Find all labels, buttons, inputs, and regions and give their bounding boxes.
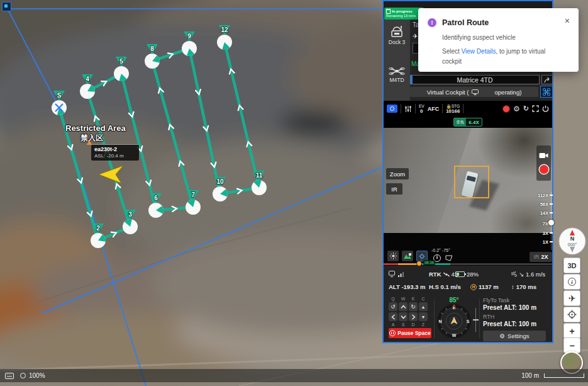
camera-settings-sliders-icon[interactable]: [404, 105, 412, 113]
camera-toolbar: EV0 AFC 🔒STG10166 ⚙ ↻: [384, 101, 552, 116]
pause-button[interactable]: Pause Space: [389, 328, 431, 338]
left-button[interactable]: [389, 312, 397, 321]
ir-zoom-chip[interactable]: IR2X: [530, 252, 552, 262]
gimbal-attitude-icons: [433, 254, 454, 263]
waypoint-marker[interactable]: S: [52, 91, 67, 115]
zoom-level: 56X: [540, 202, 548, 207]
zoom-factor-row: 变焦 6.4X: [384, 116, 552, 128]
storage-indicator[interactable]: 🔒STG10166: [446, 104, 460, 114]
svg-text:7: 7: [191, 191, 195, 198]
target-tracking-box: [454, 166, 489, 198]
svg-text:3: 3: [128, 211, 132, 218]
signal-bars-icon: [398, 271, 404, 277]
mountain-icon: [404, 253, 411, 259]
right-button[interactable]: [409, 312, 418, 321]
home-distance: H 1137 m: [470, 283, 499, 290]
close-icon[interactable]: ×: [565, 16, 570, 26]
waypoint-marker[interactable]: 11: [252, 171, 267, 195]
notification-popup: ! Patrol Route × Identifying suspect veh…: [418, 8, 579, 72]
brightness-button[interactable]: [387, 251, 399, 261]
aircraft-selector[interactable]: Matrice 4TD: [410, 75, 540, 84]
keyboard-icon[interactable]: [5, 373, 14, 379]
attitude-compass[interactable]: E S W N: [436, 304, 472, 339]
altitude-value: ALT -193.3 m: [389, 283, 425, 290]
scene-mode-button[interactable]: [402, 251, 413, 261]
gear-icon[interactable]: ⚙: [513, 105, 520, 113]
map-info-button[interactable]: i: [563, 274, 580, 290]
gimbal-pitch-handle[interactable]: [473, 319, 479, 321]
scale-label: 100 m: [521, 372, 539, 379]
svg-text:11: 11: [256, 172, 263, 179]
compass-heading-value: 000°: [568, 242, 577, 247]
svg-text:6: 6: [154, 195, 158, 202]
rtk-status: RTK 43: [429, 271, 458, 278]
backward-button[interactable]: [399, 312, 408, 321]
map-aircraft-button[interactable]: ✈: [563, 290, 580, 306]
dock-label: Dock 3: [384, 39, 410, 45]
progress-timestamp: 08:36: [423, 260, 435, 265]
waypoint-marker[interactable]: 4: [80, 74, 95, 99]
key-label-w: W: [399, 297, 408, 301]
popup-title: Patrol Route: [442, 18, 489, 27]
settings-button[interactable]: ⚙ Settings: [483, 331, 546, 341]
power-icon[interactable]: [542, 105, 549, 112]
camcorder-icon[interactable]: [539, 152, 548, 159]
key-label-a: A: [389, 322, 397, 327]
fullscreen-icon[interactable]: [532, 105, 539, 112]
cockpit-drone-button[interactable]: [540, 86, 553, 98]
afc-indicator[interactable]: AFC: [428, 106, 440, 112]
svg-text:N: N: [438, 319, 441, 324]
gimbal-angles: -0.2° -75°: [431, 248, 450, 253]
ir-lens-button[interactable]: IR: [386, 183, 402, 195]
virtual-cockpit-bar[interactable]: Virtual Cockpit ( operating): [410, 87, 538, 97]
rth-preset-alt: Preset ALT: 100 m: [483, 321, 536, 327]
waypoint-marker[interactable]: 7: [186, 190, 201, 215]
camera-feed[interactable]: Zoom IR: [384, 128, 552, 233]
camera-icon[interactable]: [387, 105, 397, 113]
sidebar-item-dock[interactable]: Dock 3: [384, 25, 410, 45]
record-button[interactable]: [540, 165, 548, 174]
ascend-button[interactable]: ▲: [419, 302, 428, 311]
sidebar-item-drone[interactable]: M4TD: [384, 65, 410, 83]
progress-track: [450, 263, 552, 265]
map-locate-button[interactable]: [563, 307, 580, 322]
map-mini-icon[interactable]: [2, 2, 11, 11]
zoom-level-ruler[interactable]: 112X 56X 14X 7X 3X 1X: [533, 192, 553, 250]
map-3d-button[interactable]: 3D: [563, 258, 580, 273]
restricted-area-label-cn: 禁入区: [80, 133, 103, 144]
forward-button[interactable]: [399, 302, 408, 311]
calendar-icon: [386, 9, 391, 14]
waypoint-marker[interactable]: 8: [145, 44, 160, 69]
scale-bar: [544, 373, 584, 378]
record-icon[interactable]: [502, 105, 510, 113]
zoom-level: 1X: [543, 239, 548, 245]
svg-text:2: 2: [96, 225, 100, 232]
ev-indicator[interactable]: EV0: [419, 104, 424, 114]
waypoint-marker[interactable]: 9: [182, 31, 197, 56]
jump-to-aircraft-button[interactable]: [541, 75, 553, 84]
waypoint-marker[interactable]: 12: [217, 25, 232, 50]
zoom-factor-chip[interactable]: 变焦 6.4X: [453, 118, 482, 127]
view-details-link[interactable]: View Details: [462, 48, 496, 55]
key-label-c: C: [419, 297, 428, 301]
horizontal-speed-value: H.S 0.1 m/s: [429, 283, 461, 290]
quadcopter-icon: [542, 88, 551, 96]
progress-handle[interactable]: [416, 261, 422, 266]
info-icon: i: [568, 278, 576, 286]
link-signal: [389, 271, 404, 277]
dock-station-icon: [389, 25, 404, 39]
waypoint-marker[interactable]: 5: [114, 57, 129, 81]
map-zoom-in-button[interactable]: +: [563, 323, 580, 339]
zoom-lens-button[interactable]: Zoom: [386, 168, 409, 179]
waypoint-marker[interactable]: 6: [148, 193, 164, 218]
yaw-left-button[interactable]: ↺: [389, 302, 397, 311]
refresh-icon[interactable]: ↻: [523, 105, 529, 113]
yaw-right-button[interactable]: ↻: [409, 302, 418, 311]
battery-status: 28%: [455, 271, 479, 278]
zoom-level: 14X: [540, 210, 548, 216]
zoom-level: 112X: [538, 193, 548, 198]
zoom-slider-handle[interactable]: [548, 220, 554, 225]
map-compass[interactable]: N 000°: [558, 227, 587, 256]
descend-button[interactable]: ▼: [419, 312, 428, 321]
waypoint-marker[interactable]: 10: [213, 177, 228, 202]
